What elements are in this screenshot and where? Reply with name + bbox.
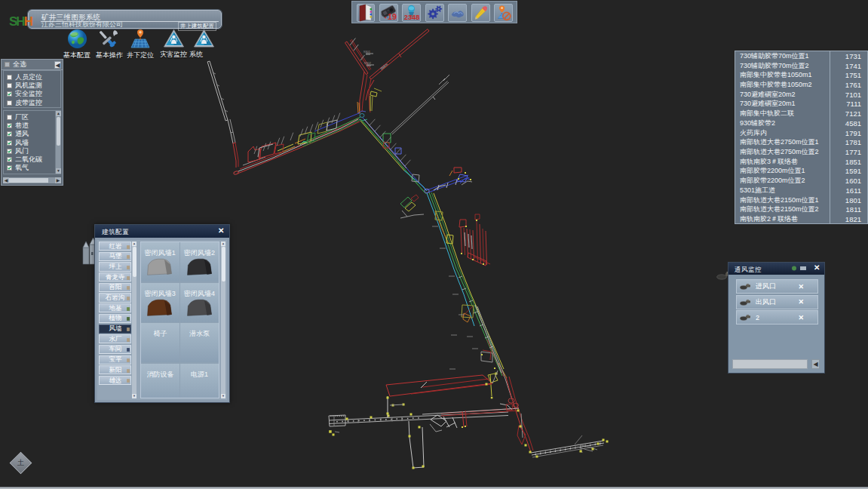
svg-text:2348: 2348 bbox=[404, 14, 420, 21]
svg-text:9301: 9301 bbox=[363, 50, 371, 54]
svg-text:9302: 9302 bbox=[364, 61, 372, 65]
svg-text:19: 19 bbox=[388, 12, 397, 21]
svg-text:986m: 986m bbox=[379, 63, 388, 71]
